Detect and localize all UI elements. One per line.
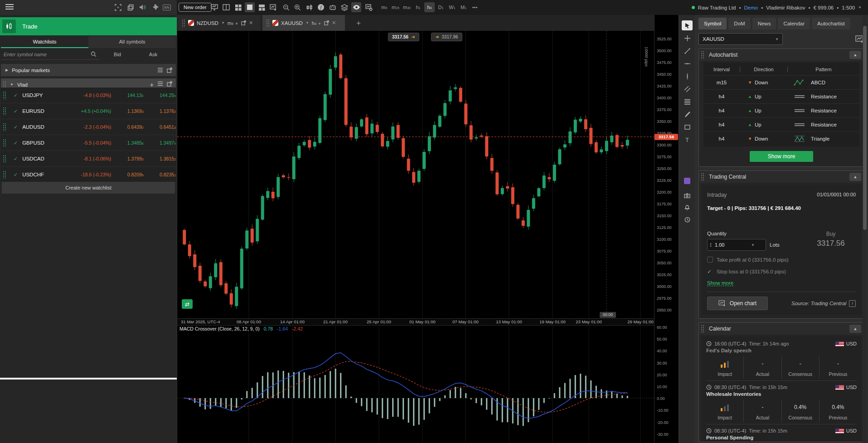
fibonacci-tool-icon[interactable] bbox=[682, 97, 693, 107]
calendar-event[interactable]: 08:30 (UTC-4) Time: in 15h 15m USD Perso… bbox=[706, 424, 857, 442]
bid-price[interactable]: 1.34858 bbox=[111, 140, 143, 146]
calendar-event[interactable]: 08:30 (UTC-4) Time: in 15h 15m USD Whole… bbox=[706, 381, 857, 424]
take-profit-row[interactable]: Take profit at 0 (331756.0 pips) bbox=[707, 257, 856, 263]
chart-type-icon[interactable] bbox=[304, 2, 314, 12]
zoom-in-icon[interactable] bbox=[292, 2, 302, 12]
bid-price[interactable]: 144.130 bbox=[111, 92, 143, 98]
trendline-tool-icon[interactable] bbox=[682, 46, 693, 56]
templates-icon[interactable] bbox=[339, 2, 349, 12]
timeframe-D1-button[interactable]: D1 bbox=[436, 2, 446, 12]
crosshair-tool-icon[interactable] bbox=[682, 33, 693, 43]
drag-handle[interactable] bbox=[701, 325, 704, 333]
shapes-tool-icon[interactable] bbox=[682, 122, 693, 132]
indicators-icon[interactable]: f bbox=[316, 2, 326, 12]
scrollbar[interactable] bbox=[863, 15, 867, 443]
layout-grid2-icon[interactable] bbox=[257, 2, 267, 12]
ask-price[interactable]: 1.38152 bbox=[144, 156, 176, 161]
checkbox-checked-icon[interactable]: ✓ bbox=[707, 268, 713, 275]
macd-indicator-pane[interactable] bbox=[177, 325, 655, 443]
jump-to-latest-button[interactable]: ⇄ bbox=[182, 299, 193, 309]
quantity-stepper[interactable]: ▲▼ ▼ bbox=[707, 239, 766, 251]
macd-indicator-label[interactable]: MACD Crossover (Close, 26, 12, 9, 0) 0.7… bbox=[179, 326, 303, 331]
popular-markets-group[interactable]: ▶ Popular markets bbox=[1, 64, 176, 76]
drag-handle[interactable] bbox=[3, 170, 6, 179]
chart-tab-nzdusd[interactable]: NZDUSD ▼ m5 ▼ ✕ bbox=[178, 15, 261, 31]
close-tab-icon[interactable]: ✕ bbox=[249, 20, 253, 26]
more-timeframes-button[interactable]: ••• bbox=[470, 2, 480, 12]
history-clock-icon[interactable] bbox=[682, 214, 693, 224]
chevron-down-icon[interactable]: ▼ bbox=[751, 243, 755, 247]
collapse-chevron-icon[interactable]: ▲ bbox=[849, 325, 861, 333]
zoom-out-icon[interactable] bbox=[281, 2, 291, 12]
search-input[interactable] bbox=[1, 51, 91, 58]
sell-price-pill[interactable]: 3317.56➜ bbox=[388, 33, 419, 41]
autochartist-row[interactable]: h4 ▲Up Resistance bbox=[703, 118, 859, 132]
drag-handle[interactable] bbox=[3, 139, 6, 147]
tab-autochartist[interactable]: Autochartist bbox=[812, 18, 850, 29]
autochartist-header[interactable]: Autochartist ▲ bbox=[699, 49, 864, 61]
text-tool-icon[interactable]: T bbox=[682, 135, 693, 145]
watchlist-row-gbpusd[interactable]: ✓ GBPUSD -5.5 (-0.04%) 1.34858 1.34979 bbox=[1, 135, 176, 151]
brush-tool-icon[interactable] bbox=[682, 109, 693, 119]
add-chart-icon[interactable] bbox=[268, 2, 278, 12]
ask-price[interactable]: 0.64513 bbox=[144, 124, 176, 130]
watchlist-row-audusd[interactable]: ✓ AUDUSD -2.3 (-0.04%) 0.64392 0.64513 bbox=[1, 119, 176, 135]
ask-price[interactable]: 1.34979 bbox=[144, 140, 176, 146]
drag-handle[interactable] bbox=[701, 173, 704, 181]
multi-monitor-icon[interactable] bbox=[209, 2, 219, 12]
calendar-event[interactable]: 16:00 (UTC-4) Time: 1h 14m ago USD Fed's… bbox=[706, 337, 857, 381]
watchlist-row-usdcad[interactable]: ✓ USDCAD -8.1 (-0.06%) 1.37993 1.38152 bbox=[1, 151, 176, 167]
stop-loss-row[interactable]: ✓ Stop loss at 0 (331756.0 pips) bbox=[707, 268, 856, 275]
language-badge[interactable]: EN bbox=[162, 3, 171, 11]
timeframe-m5-button[interactable]: m5 bbox=[379, 2, 389, 12]
tab-calendar[interactable]: Calendar bbox=[778, 18, 810, 29]
horizontal-line-tool-icon[interactable] bbox=[682, 58, 693, 68]
collapse-chevron-icon[interactable]: ▲ bbox=[849, 51, 861, 59]
ask-price[interactable]: 144.250 bbox=[144, 92, 176, 98]
stepper-arrows-icon[interactable]: ▲▼ bbox=[708, 242, 714, 248]
tab-symbol[interactable]: Symbol bbox=[698, 18, 727, 29]
bid-price[interactable]: 1.13693 bbox=[111, 108, 143, 114]
layout-split-icon[interactable] bbox=[221, 2, 231, 12]
autochartist-show-more-button[interactable]: Show more bbox=[750, 151, 813, 162]
detach-tab-icon[interactable] bbox=[324, 20, 329, 25]
timeframe-W1-button[interactable]: W1 bbox=[447, 2, 457, 12]
symbol-search[interactable] bbox=[1, 49, 100, 60]
detach-tab-icon[interactable] bbox=[241, 20, 246, 25]
account-info[interactable]: Raw Trading Ltd • Demo • Vladimir Ribako… bbox=[692, 0, 862, 15]
sound-icon[interactable] bbox=[138, 3, 147, 11]
info-icon[interactable]: i bbox=[849, 300, 856, 307]
watchlist-row-eurusd[interactable]: ✓ EURUSD +4.5 (+0.04%) 1.13693 1.13762 bbox=[1, 103, 176, 119]
open-window-icon[interactable] bbox=[167, 81, 172, 87]
layout-grid4-icon[interactable] bbox=[233, 2, 243, 12]
trading-central-header[interactable]: Trading Central ▲ bbox=[699, 171, 864, 183]
cursor-tool-icon[interactable] bbox=[682, 20, 693, 30]
ask-price[interactable]: 0.82351 bbox=[144, 172, 176, 177]
drag-handle[interactable] bbox=[3, 155, 6, 163]
calendar-header[interactable]: Calendar ▲ bbox=[699, 323, 864, 335]
open-chart-button[interactable]: Open chart bbox=[707, 297, 768, 310]
bid-price[interactable]: 0.82099 bbox=[111, 172, 143, 177]
scrollbar-thumb[interactable] bbox=[863, 26, 867, 230]
color-swatch-icon[interactable] bbox=[682, 176, 693, 186]
cbots-icon[interactable] bbox=[328, 2, 338, 12]
autochartist-row[interactable]: m15 ▼Down ABCD bbox=[703, 76, 859, 90]
screenshot-tool-icon[interactable] bbox=[682, 190, 693, 200]
ask-price[interactable]: 1.13762 bbox=[144, 108, 176, 114]
timeframe-m30-button[interactable]: m30 bbox=[402, 2, 412, 12]
tc-show-more-link[interactable]: Show more bbox=[707, 280, 733, 286]
copy-window-icon[interactable] bbox=[126, 3, 135, 11]
open-window-icon[interactable] bbox=[167, 68, 172, 73]
drag-handle[interactable] bbox=[266, 19, 270, 27]
candlestick-chart[interactable] bbox=[177, 31, 655, 318]
list-view-icon[interactable] bbox=[157, 68, 163, 73]
visibility-icon[interactable] bbox=[351, 2, 361, 12]
chart-tab-xauusd[interactable]: XAUUSD ▼ h4 ▼ ✕ bbox=[262, 15, 345, 31]
tab-watchlists[interactable]: Watchlists bbox=[1, 36, 88, 48]
drag-handle[interactable] bbox=[3, 107, 6, 115]
alerts-bell-icon[interactable] bbox=[682, 202, 693, 212]
watchlist-row-usdjpy[interactable]: ✓ USDJPY -4.8 (-0.03%) 144.130 144.250 bbox=[1, 88, 176, 103]
autochartist-row[interactable]: h4 ▼Down Triangle bbox=[703, 132, 859, 146]
symbol-select[interactable]: XAUUSD▼ bbox=[698, 33, 783, 45]
channel-tool-icon[interactable] bbox=[682, 84, 693, 94]
